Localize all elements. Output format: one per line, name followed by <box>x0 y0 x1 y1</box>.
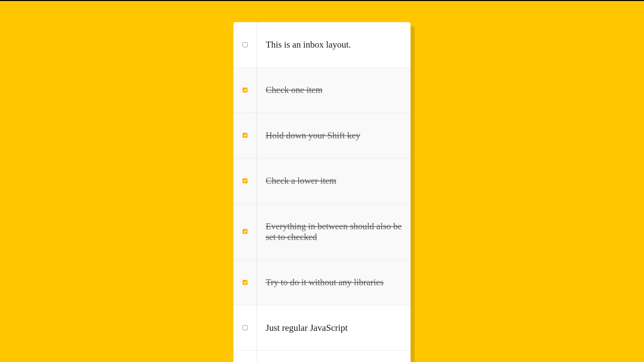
item-label: Try to do it without any libraries <box>257 269 411 296</box>
check-icon <box>244 281 247 284</box>
checkbox-column <box>233 67 257 112</box>
checkbox-column <box>233 305 257 350</box>
item-label: Hold down your Shift key <box>257 122 411 149</box>
list-item: Try to do it without any libraries <box>233 260 411 305</box>
item-checkbox[interactable] <box>243 133 248 138</box>
item-checkbox[interactable] <box>243 280 248 285</box>
check-icon <box>244 134 247 137</box>
list-item: Check a lower item <box>233 158 411 203</box>
item-checkbox[interactable] <box>243 87 248 93</box>
item-checkbox[interactable] <box>243 42 248 47</box>
checkbox-column <box>233 351 257 362</box>
item-checkbox[interactable] <box>243 178 248 183</box>
item-label: Check one item <box>257 76 411 103</box>
checkbox-column <box>233 113 257 158</box>
inbox-panel: This is an inbox layout. Check one item … <box>233 22 411 362</box>
list-item: Check one item <box>233 67 411 113</box>
item-label: This is an inbox layout. <box>257 31 411 58</box>
item-label: Just regular JavaScript <box>257 314 411 341</box>
item-label: Check a lower item <box>257 167 411 194</box>
item-label: Everything in between should also be set… <box>257 213 411 251</box>
checkbox-column <box>233 22 257 67</box>
list-item: Good Luck! <box>233 351 411 362</box>
list-item: Just regular JavaScript <box>233 305 411 351</box>
checkbox-column <box>233 260 257 305</box>
check-icon <box>244 230 247 233</box>
item-checkbox[interactable] <box>243 325 248 330</box>
list-item: Everything in between should also be set… <box>233 204 411 260</box>
check-icon <box>244 88 247 92</box>
list-item: This is an inbox layout. <box>233 22 411 67</box>
item-label: Good Luck! <box>257 360 411 362</box>
list-item: Hold down your Shift key <box>233 113 411 158</box>
checkbox-column <box>233 158 257 203</box>
check-icon <box>244 179 247 182</box>
checkbox-column <box>233 204 257 260</box>
top-border-bar <box>0 0 644 1</box>
item-checkbox[interactable] <box>243 229 248 234</box>
